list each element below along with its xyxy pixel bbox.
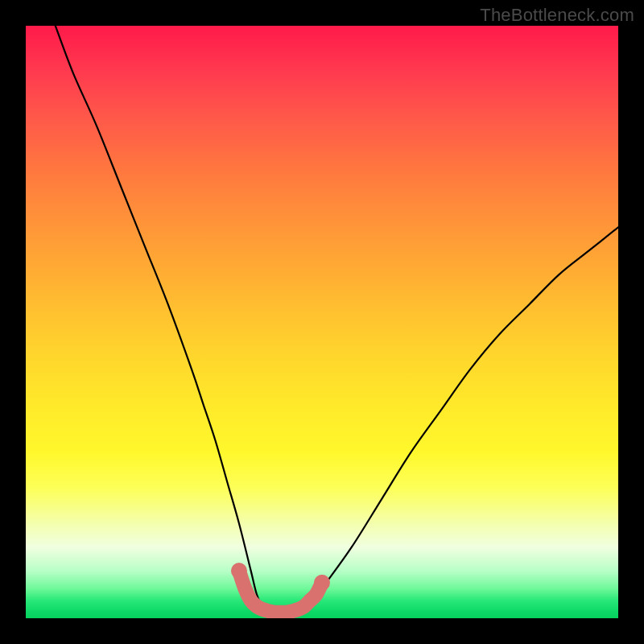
trough-markers-path (239, 571, 322, 613)
bottleneck-curve-svg (26, 26, 618, 618)
trough-marker-dot (314, 575, 330, 591)
trough-marker-dot (231, 563, 247, 579)
chart-container: TheBottleneck.com (0, 0, 644, 644)
trough-markers-group (231, 563, 330, 613)
watermark-text: TheBottleneck.com (480, 5, 634, 26)
bottleneck-curve-path (56, 26, 618, 613)
plot-area (26, 26, 618, 618)
